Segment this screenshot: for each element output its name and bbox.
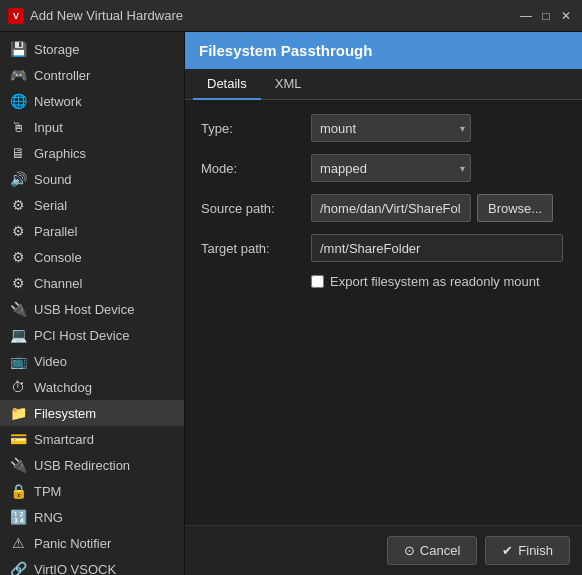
sidebar-item-input[interactable]: 🖱Input [0, 114, 184, 140]
sidebar-item-storage[interactable]: 💾Storage [0, 36, 184, 62]
sidebar-label-watchdog: Watchdog [34, 380, 92, 395]
vsock-icon: 🔗 [10, 561, 26, 575]
target-row: Target path: [201, 234, 566, 262]
sidebar-label-serial: Serial [34, 198, 67, 213]
serial-icon: ⚙ [10, 197, 26, 213]
tab-details[interactable]: Details [193, 69, 261, 100]
sidebar-label-vsock: VirtIO VSOCK [34, 562, 116, 576]
mode-select[interactable]: mappedpassthroughsquashnone [311, 154, 471, 182]
target-label: Target path: [201, 241, 311, 256]
video-icon: 📺 [10, 353, 26, 369]
cancel-icon: ⊙ [404, 543, 415, 558]
sidebar-item-video[interactable]: 📺Video [0, 348, 184, 374]
sidebar-item-network[interactable]: 🌐Network [0, 88, 184, 114]
sidebar-item-rng[interactable]: 🔢RNG [0, 504, 184, 530]
finish-label: Finish [518, 543, 553, 558]
sound-icon: 🔊 [10, 171, 26, 187]
main-layout: 💾Storage🎮Controller🌐Network🖱Input🖥Graphi… [0, 32, 582, 575]
sidebar-item-smartcard[interactable]: 💳Smartcard [0, 426, 184, 452]
titlebar-controls[interactable]: — □ ✕ [518, 8, 574, 24]
bottom-bar: ⊙ Cancel ✔ Finish [185, 525, 582, 575]
sidebar-item-panic[interactable]: ⚠Panic Notifier [0, 530, 184, 556]
source-control: Browse... [311, 194, 553, 222]
finish-icon: ✔ [502, 543, 513, 558]
sidebar-item-usb-host[interactable]: 🔌USB Host Device [0, 296, 184, 322]
tab-xml[interactable]: XML [261, 69, 316, 100]
channel-icon: ⚙ [10, 275, 26, 291]
usb-redir-icon: 🔌 [10, 457, 26, 473]
type-select[interactable]: mounttemplaterambind [311, 114, 471, 142]
sidebar: 💾Storage🎮Controller🌐Network🖱Input🖥Graphi… [0, 32, 185, 575]
sidebar-label-network: Network [34, 94, 82, 109]
sidebar-item-serial[interactable]: ⚙Serial [0, 192, 184, 218]
usb-host-icon: 🔌 [10, 301, 26, 317]
graphics-icon: 🖥 [10, 145, 26, 161]
mode-label: Mode: [201, 161, 311, 176]
window-title: Add New Virtual Hardware [30, 8, 183, 23]
finish-button[interactable]: ✔ Finish [485, 536, 570, 565]
sidebar-item-filesystem[interactable]: 📁Filesystem [0, 400, 184, 426]
sidebar-label-usb-redir: USB Redirection [34, 458, 130, 473]
target-input[interactable] [311, 234, 563, 262]
sidebar-label-tpm: TPM [34, 484, 61, 499]
sidebar-label-usb-host: USB Host Device [34, 302, 134, 317]
maximize-button[interactable]: □ [538, 8, 554, 24]
sidebar-label-graphics: Graphics [34, 146, 86, 161]
type-control: mounttemplaterambind ▾ [311, 114, 471, 142]
content-header: Filesystem Passthrough [185, 32, 582, 69]
sidebar-item-parallel[interactable]: ⚙Parallel [0, 218, 184, 244]
pci-host-icon: 💻 [10, 327, 26, 343]
sidebar-label-parallel: Parallel [34, 224, 77, 239]
cancel-label: Cancel [420, 543, 460, 558]
cancel-button[interactable]: ⊙ Cancel [387, 536, 477, 565]
type-label: Type: [201, 121, 311, 136]
console-icon: ⚙ [10, 249, 26, 265]
tpm-icon: 🔒 [10, 483, 26, 499]
sidebar-item-tpm[interactable]: 🔒TPM [0, 478, 184, 504]
type-select-wrapper: mounttemplaterambind ▾ [311, 114, 471, 142]
mode-select-wrapper: mappedpassthroughsquashnone ▾ [311, 154, 471, 182]
controller-icon: 🎮 [10, 67, 26, 83]
sidebar-item-channel[interactable]: ⚙Channel [0, 270, 184, 296]
watchdog-icon: ⏱ [10, 379, 26, 395]
sidebar-item-vsock[interactable]: 🔗VirtIO VSOCK [0, 556, 184, 575]
sidebar-item-console[interactable]: ⚙Console [0, 244, 184, 270]
minimize-button[interactable]: — [518, 8, 534, 24]
filesystem-icon: 📁 [10, 405, 26, 421]
sidebar-label-rng: RNG [34, 510, 63, 525]
sidebar-item-usb-redir[interactable]: 🔌USB Redirection [0, 452, 184, 478]
readonly-row: Export filesystem as readonly mount [311, 274, 566, 289]
sidebar-label-controller: Controller [34, 68, 90, 83]
smartcard-icon: 💳 [10, 431, 26, 447]
target-control [311, 234, 563, 262]
content-area: Filesystem Passthrough DetailsXML Type: … [185, 32, 582, 575]
close-button[interactable]: ✕ [558, 8, 574, 24]
sidebar-label-storage: Storage [34, 42, 80, 57]
form-area: Type: mounttemplaterambind ▾ Mode: mappe… [185, 100, 582, 525]
sidebar-item-controller[interactable]: 🎮Controller [0, 62, 184, 88]
sidebar-item-watchdog[interactable]: ⏱Watchdog [0, 374, 184, 400]
mode-row: Mode: mappedpassthroughsquashnone ▾ [201, 154, 566, 182]
sidebar-item-pci-host[interactable]: 💻PCI Host Device [0, 322, 184, 348]
rng-icon: 🔢 [10, 509, 26, 525]
sidebar-item-graphics[interactable]: 🖥Graphics [0, 140, 184, 166]
sidebar-label-video: Video [34, 354, 67, 369]
input-icon: 🖱 [10, 119, 26, 135]
parallel-icon: ⚙ [10, 223, 26, 239]
readonly-checkbox[interactable] [311, 275, 324, 288]
mode-control: mappedpassthroughsquashnone ▾ [311, 154, 471, 182]
sidebar-label-console: Console [34, 250, 82, 265]
source-input[interactable] [311, 194, 471, 222]
sidebar-item-sound[interactable]: 🔊Sound [0, 166, 184, 192]
app-logo: V [8, 8, 24, 24]
panic-icon: ⚠ [10, 535, 26, 551]
browse-button[interactable]: Browse... [477, 194, 553, 222]
source-row: Source path: Browse... [201, 194, 566, 222]
sidebar-label-panic: Panic Notifier [34, 536, 111, 551]
sidebar-label-filesystem: Filesystem [34, 406, 96, 421]
sidebar-label-smartcard: Smartcard [34, 432, 94, 447]
sidebar-label-pci-host: PCI Host Device [34, 328, 129, 343]
source-label: Source path: [201, 201, 311, 216]
storage-icon: 💾 [10, 41, 26, 57]
sidebar-label-channel: Channel [34, 276, 82, 291]
